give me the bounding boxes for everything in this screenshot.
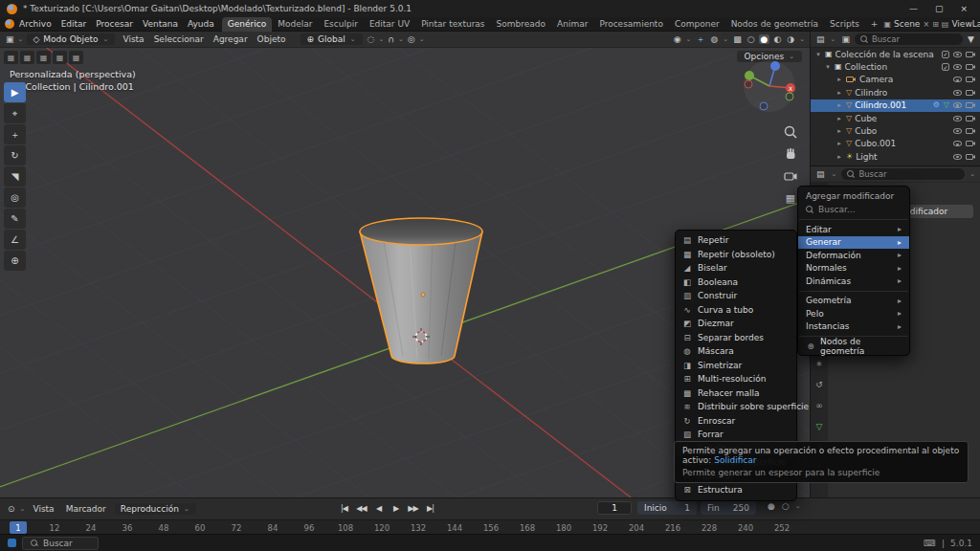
- visibility-eye-icon[interactable]: [953, 141, 962, 146]
- workspace-tab[interactable]: Nodos de geometría: [725, 17, 824, 32]
- workspace-tab[interactable]: Procesamiento: [593, 17, 669, 32]
- editor-type-caret-icon[interactable]: ⌄: [830, 35, 837, 43]
- render-visibility-icon[interactable]: [966, 116, 973, 121]
- modifier-category[interactable]: Normales▸: [798, 262, 909, 276]
- checkbox-icon[interactable]: ✓: [942, 63, 949, 71]
- visibility-eye-icon[interactable]: [953, 77, 962, 82]
- visibility-eye-icon[interactable]: [953, 52, 962, 57]
- tab-physics[interactable]: ↺: [812, 378, 827, 391]
- expand-icon[interactable]: ▸: [835, 127, 843, 135]
- expand-icon[interactable]: ▾: [824, 63, 832, 71]
- select-mode-subtract-icon[interactable]: ▦: [36, 51, 51, 64]
- tool-transform[interactable]: ◎: [4, 187, 26, 208]
- scene-unlink-icon[interactable]: ×: [923, 20, 929, 29]
- outliner-row-collection[interactable]: ▾ ▣ Collection ✓: [811, 60, 980, 73]
- blender-menu-icon[interactable]: [5, 19, 14, 29]
- modifier-item[interactable]: ▤Repetir: [676, 233, 796, 248]
- modifier-item[interactable]: ∿Curva a tubo: [676, 303, 796, 318]
- modifier-search-input[interactable]: Buscar...: [798, 203, 909, 216]
- viewport-menu[interactable]: Seleccionar: [149, 34, 209, 44]
- workspace-tab[interactable]: Editar UV: [364, 17, 415, 32]
- zoom-icon[interactable]: [783, 124, 798, 140]
- playback-dropdown[interactable]: Reproducción ⌄: [115, 503, 196, 515]
- add-workspace-button[interactable]: +: [865, 17, 884, 32]
- visibility-eye-icon[interactable]: [953, 128, 962, 134]
- modifier-category[interactable]: Editar▸: [798, 223, 909, 236]
- toggle-ortho-icon[interactable]: ▦: [783, 190, 798, 206]
- options-caret-icon[interactable]: ⌄: [969, 170, 976, 178]
- editor-type-icon[interactable]: ▤: [814, 169, 827, 179]
- modifier-category[interactable]: Geometría▸: [798, 295, 909, 308]
- expand-icon[interactable]: ▾: [814, 51, 822, 58]
- render-visibility-icon[interactable]: [966, 128, 973, 134]
- modifier-category[interactable]: Instancias▸: [798, 320, 909, 334]
- render-visibility-icon[interactable]: [966, 77, 973, 82]
- menubar-menu[interactable]: Ayuda: [183, 19, 219, 29]
- scene-name[interactable]: Scene: [894, 19, 920, 29]
- render-visibility-icon[interactable]: [966, 141, 973, 146]
- filter-funnel-icon[interactable]: ▼: [966, 34, 976, 44]
- modifier-item[interactable]: ⊟Separar bordes: [676, 331, 796, 345]
- xray-toggle-icon[interactable]: ▩: [731, 34, 744, 44]
- transport-play-reverse[interactable]: ◀: [371, 501, 386, 515]
- outliner-item[interactable]: ▸▽Cube: [811, 112, 980, 124]
- scene-browse-icon[interactable]: ▣: [883, 20, 891, 29]
- editor-type-caret-icon[interactable]: ⌄: [19, 505, 27, 513]
- viewlayer-icon[interactable]: ▤: [942, 20, 949, 29]
- pan-hand-icon[interactable]: [783, 146, 798, 162]
- visibility-caret-icon[interactable]: ⌄: [685, 35, 693, 43]
- modifier-category[interactable]: ⊛Nodos de geometría: [798, 340, 909, 353]
- overlays-caret-icon[interactable]: ⌄: [722, 35, 729, 43]
- visibility-eye-icon[interactable]: [953, 64, 962, 70]
- workspace-tab[interactable]: Componer: [669, 17, 725, 32]
- transport-play[interactable]: ▶: [389, 501, 403, 515]
- menubar-menu[interactable]: Procesar: [91, 19, 138, 29]
- keying-set-icon[interactable]: ○: [780, 501, 791, 511]
- tool-measure[interactable]: ∠: [4, 230, 26, 250]
- proportional-edit-icon[interactable]: ◎: [406, 34, 417, 44]
- render-visibility-icon[interactable]: [966, 154, 973, 160]
- modifier-category[interactable]: Deformación▸: [798, 249, 909, 262]
- menubar-menu[interactable]: Editar: [56, 19, 92, 29]
- modifier-item[interactable]: ↻Enroscar: [676, 414, 796, 429]
- editor-type-icon[interactable]: ⊙: [6, 504, 17, 514]
- visibility-eye-icon[interactable]: [953, 102, 962, 108]
- modifier-item[interactable]: ≋Distribuir sobre superficie: [676, 400, 796, 414]
- select-mode-extend-icon[interactable]: ▦: [20, 51, 34, 64]
- workspace-tab[interactable]: Sombreado: [491, 17, 551, 32]
- frame-ruler[interactable]: 1122436486072849610812013214415616818019…: [0, 519, 980, 534]
- object-visibility-icon[interactable]: ◉: [672, 34, 683, 44]
- viewlayer-name[interactable]: ViewLayer: [951, 19, 980, 29]
- properties-search-input[interactable]: Buscar: [841, 168, 965, 180]
- outliner-item[interactable]: ▸☀Light: [811, 150, 980, 163]
- tool-move[interactable]: ＋: [4, 124, 26, 144]
- modifier-item[interactable]: ⊠Estructura: [676, 483, 796, 497]
- workspace-tab[interactable]: Scripts: [824, 17, 865, 32]
- orientation-dropdown[interactable]: ⊕ Global ⌄: [301, 33, 362, 45]
- display-mode-icon[interactable]: ▣: [839, 34, 852, 44]
- close-button[interactable]: ×: [960, 4, 968, 13]
- outliner-item[interactable]: ▸▽Cubo.001: [811, 138, 980, 150]
- visibility-eye-icon[interactable]: [953, 116, 962, 121]
- visibility-eye-icon[interactable]: [953, 154, 962, 160]
- outliner-row-scene-collection[interactable]: ▾ ▣ Colección de la escena ✓: [811, 48, 980, 60]
- new-scene-icon[interactable]: ⊞: [932, 20, 939, 29]
- auto-key-icon[interactable]: ●: [766, 501, 777, 511]
- expand-icon[interactable]: ▸: [835, 76, 843, 83]
- shading-wireframe-icon[interactable]: ○: [746, 34, 757, 44]
- outliner-item[interactable]: ▸▽Cubo: [811, 124, 980, 137]
- minimize-button[interactable]: —: [909, 4, 918, 13]
- show-overlays-icon[interactable]: ◍: [708, 34, 720, 44]
- expand-icon[interactable]: ▸: [835, 140, 843, 147]
- modifier-item[interactable]: ▦Repetir (obsoleto): [676, 248, 796, 262]
- visibility-eye-icon[interactable]: [953, 90, 962, 96]
- editor-type-caret-icon[interactable]: ⌄: [831, 170, 838, 178]
- current-frame-field[interactable]: 1: [597, 501, 632, 515]
- tool-select-tweak[interactable]: ▶: [4, 82, 26, 102]
- tool-annotate[interactable]: ✎: [4, 209, 26, 229]
- navigation-gizmo[interactable]: X: [743, 59, 796, 113]
- workspace-tab[interactable]: Genérico: [222, 17, 272, 32]
- camera-view-icon[interactable]: [783, 168, 798, 184]
- frame-start-field[interactable]: Inicio 1: [637, 501, 697, 515]
- modifier-category[interactable]: Dinámicas▸: [798, 275, 909, 288]
